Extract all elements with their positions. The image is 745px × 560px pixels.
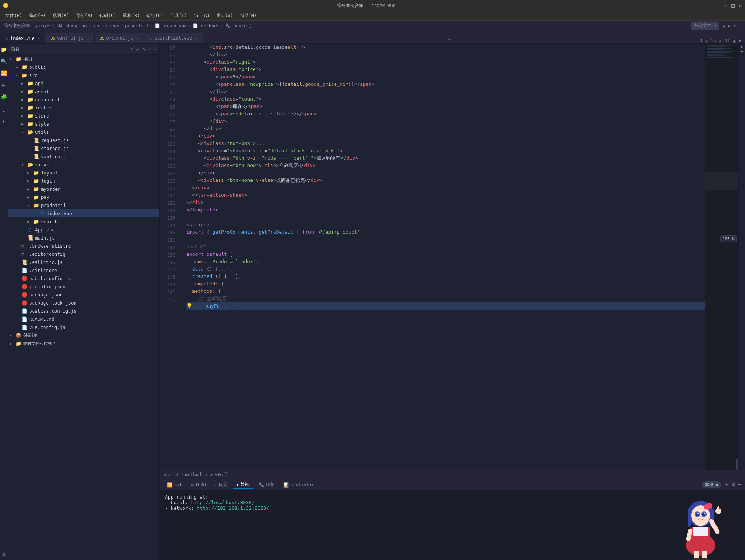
explorer-icon[interactable]: 📁 [1, 47, 7, 52]
tree-item-editorconfig[interactable]: ⚙ .editorconfig [8, 250, 159, 258]
tab-git-label: Git [174, 482, 182, 488]
tree-item-readme[interactable]: 📄 README.md [8, 315, 159, 323]
tree-item-mainjs[interactable]: 📜 main.js [8, 234, 159, 242]
tab-more-button[interactable]: ⋯ [445, 35, 454, 43]
tab-vant-ui[interactable]: JS vant-ui.js ✕ [45, 33, 95, 43]
panel-gear-icon[interactable]: ≡ [148, 46, 151, 52]
menu-item[interactable]: 编辑(E) [26, 12, 49, 20]
minimize-button[interactable]: ─ [724, 3, 727, 9]
tree-item-eslintrc[interactable]: 📜 .eslintrc.js [8, 258, 159, 266]
minimap-scrollbar[interactable] [736, 459, 738, 470]
breadcrumb-prodetail[interactable]: prodetail [125, 23, 149, 28]
tab-close-search[interactable]: ✕ [195, 36, 197, 40]
menu-item[interactable]: Git(G) [191, 13, 213, 19]
tree-item-temp[interactable]: ▶ 📁 临时文件和控制台 [8, 339, 159, 347]
tree-item-postcss[interactable]: 📄 postcss.config.js [8, 307, 159, 315]
tree-item-vant[interactable]: 📜 vant-ui.js [8, 152, 159, 160]
tab-todo[interactable]: ☑ TODO [187, 482, 210, 488]
tab-product-js[interactable]: JS product.js ✕ [95, 33, 144, 43]
tree-item-router[interactable]: ▶ 📁 router [8, 103, 159, 112]
tree-item-layout[interactable]: ▶ 📁 layout [8, 169, 159, 177]
tree-item-external-libs[interactable]: ▶ 📦 外部库 [8, 331, 159, 339]
menu-item[interactable]: 文件(F) [2, 12, 25, 20]
breadcrumb-indexvue[interactable]: 📄 index.vue [155, 23, 187, 28]
tree-item-prodetail[interactable]: ▾ 📂 prodetail [8, 201, 159, 209]
menu-item[interactable]: 视图(V) [49, 12, 72, 20]
fold-icon[interactable]: ▾ [178, 51, 185, 58]
add-terminal-icon[interactable]: ＋ [724, 481, 729, 488]
minimize-panel-icon[interactable]: ─ [738, 481, 741, 488]
menu-item[interactable]: 重构(R) [120, 12, 143, 20]
tree-item-storage[interactable]: 📜 storage.js [8, 144, 159, 152]
tab-index-vue[interactable]: ⬡ index.vue ✕ [0, 33, 45, 43]
tree-item-pay[interactable]: ▶ 📁 pay [8, 193, 159, 201]
tree-item-jsconfig[interactable]: 🔴 jsconfig.json [8, 282, 159, 291]
panel-settings-icon[interactable]: ⚙ [131, 46, 134, 52]
tree-item-browserslistrc[interactable]: ⚙ .browserslistrc [8, 242, 159, 250]
breadcrumb-methods[interactable]: 📄 methods [193, 23, 220, 28]
menu-item[interactable]: 工具(L) [167, 12, 190, 20]
current-file-button[interactable]: 当前文件 ▾ [691, 22, 719, 30]
tab-searchlist[interactable]: ⬡ searchlist.vue ✕ [144, 33, 203, 43]
code-editor[interactable]: <img .src= detail.goods_image alt= > </d… [185, 44, 705, 470]
tree-item-components[interactable]: ▶ 📁 components [8, 95, 159, 103]
tab-statistic[interactable]: 📊 Statistic [280, 482, 318, 488]
menu-item[interactable]: 窗口(W) [213, 12, 236, 20]
tree-item-package[interactable]: 🔴 package.json [8, 291, 159, 299]
settings-icon[interactable]: ⚙ [2, 551, 5, 557]
menu-item[interactable]: 导航(N) [73, 12, 96, 20]
tree-item-vue-config[interactable]: 📄 vue.config.js [8, 323, 159, 331]
debug-icon[interactable]: ▶ [2, 82, 5, 88]
tree-item-appvue[interactable]: ⬡ App.vue [8, 225, 159, 234]
tab-close-vant[interactable]: ✕ [87, 36, 89, 40]
tree-item-babel[interactable]: 🔴 babel.config.js [8, 274, 159, 282]
review-icon[interactable]: 👁 [2, 119, 6, 124]
tab-terminal[interactable]: ▶ 终端 [233, 481, 253, 489]
breadcrumb-nav-icons: ◀ ▶ ↑ ↓ [722, 23, 741, 28]
todo-icon[interactable]: ★ [3, 109, 5, 113]
tree-label: .browserslistrc [29, 243, 158, 249]
tree-item-assets[interactable]: ▶ 📁 assets [8, 87, 159, 95]
menu-item[interactable]: 帮助(H) [237, 12, 260, 20]
tree-item-project[interactable]: ▾ 📁 项目 [8, 55, 159, 63]
tree-item-views[interactable]: ▾ 📂 views [8, 160, 159, 169]
settings-icon[interactable]: ⚙ [732, 481, 735, 488]
maximize-button[interactable]: □ [731, 3, 734, 9]
tree-item-request[interactable]: 📜 request.js [8, 136, 159, 144]
tab-problems[interactable]: ⚠ 问题 [211, 481, 231, 489]
breadcrumb-src[interactable]: src [92, 23, 101, 28]
tree-item-api[interactable]: ▶ 📁 api [8, 79, 159, 87]
tree-item-package-lock[interactable]: 🔴 package-lock.json [8, 299, 159, 307]
local-url[interactable]: http://localhost:8080/ [191, 500, 254, 505]
breadcrumb-project[interactable]: 综合案例合集 [4, 23, 30, 29]
panel-collapse-icon[interactable]: ⤡ [142, 46, 146, 52]
panel-expand-icon[interactable]: ⤢ [136, 46, 140, 52]
arrow-icon: ▾ [21, 130, 27, 134]
breadcrumb-buyfn[interactable]: 🔧 buyFn() [225, 23, 252, 28]
source-control-icon[interactable]: 🔀 [1, 70, 7, 76]
tree-item-src[interactable]: ▾ 📂 src [8, 71, 159, 79]
tree-item-public[interactable]: ▶ 📁 public [8, 63, 159, 71]
tab-close-product[interactable]: ✕ [136, 36, 139, 40]
close-button[interactable]: ✕ [739, 3, 742, 9]
tab-git[interactable]: 🔀 Git [163, 482, 186, 488]
search-activity-icon[interactable]: 🔍 [1, 58, 7, 64]
network-url[interactable]: http://192.168.1.32:8080/ [197, 505, 269, 511]
code-line-88: </div> [186, 51, 705, 58]
extensions-icon[interactable]: 🧩 [1, 94, 7, 100]
tree-item-login[interactable]: ▶ 📁 login [8, 177, 159, 185]
tree-item-style[interactable]: ▶ 📁 style [8, 120, 159, 128]
tree-item-utils[interactable]: ▾ 📂 utils [8, 128, 159, 136]
tree-item-index-vue[interactable]: ⬡ index.vue [8, 209, 159, 217]
breadcrumb-views[interactable]: views [106, 23, 119, 28]
tree-item-gitignore[interactable]: 📄 .gitignore [8, 266, 159, 274]
panel-close-icon[interactable]: − [153, 46, 156, 52]
tree-item-search[interactable]: ▶ 📁 search [8, 217, 159, 225]
menu-item[interactable]: 运行(U) [143, 12, 166, 20]
breadcrumb-folder[interactable]: project_04_shopping [36, 23, 87, 28]
tab-services[interactable]: 🔧 服务 [255, 481, 278, 489]
menu-item[interactable]: 代码(C) [96, 12, 119, 20]
tab-close-index[interactable]: ✕ [38, 36, 40, 40]
tree-item-store[interactable]: ▶ 📁 store [8, 112, 159, 120]
tree-item-myorder[interactable]: ▶ 📁 myorder [8, 185, 159, 193]
